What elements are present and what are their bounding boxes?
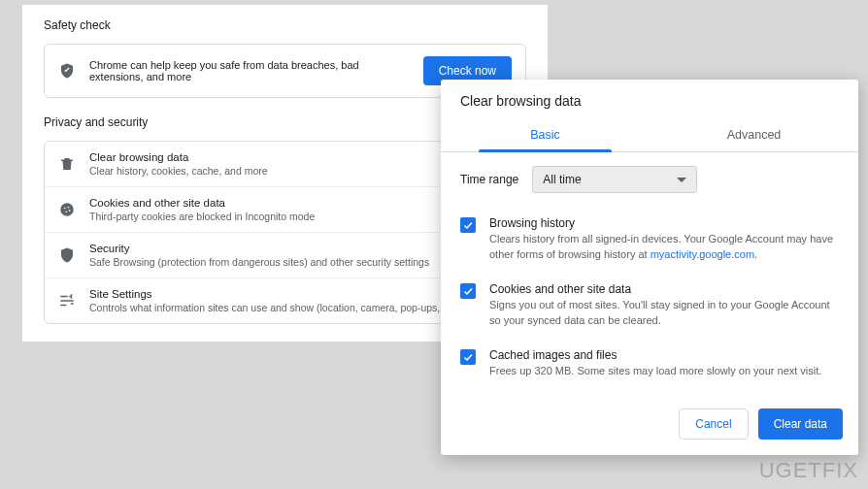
watermark: UGETFIX (759, 458, 858, 483)
safety-check-heading: Safety check (44, 18, 526, 32)
checkbox-cookies[interactable] (460, 283, 476, 299)
cancel-button[interactable]: Cancel (679, 408, 748, 440)
safety-check-message: Chrome can help keep you safe from data … (89, 59, 410, 82)
option-title: Cached images and files (489, 348, 839, 362)
dialog-actions: Cancel Clear data (441, 403, 858, 443)
option-description: Frees up 320 MB. Some sites may load mor… (489, 364, 839, 379)
option-cookies: Cookies and other site data Signs you ou… (460, 273, 839, 339)
tune-icon (58, 292, 76, 310)
shield-icon (58, 62, 76, 80)
svg-point-1 (64, 208, 66, 210)
option-browsing-history: Browsing history Clears history from all… (460, 207, 839, 273)
time-range-value: All time (543, 173, 581, 186)
dialog-tabs: Basic Advanced (441, 118, 858, 152)
time-range-select[interactable]: All time (532, 166, 697, 193)
svg-point-2 (68, 207, 70, 209)
svg-point-4 (69, 210, 71, 212)
checkbox-browsing-history[interactable] (460, 217, 476, 233)
option-title: Browsing history (489, 216, 839, 230)
trash-icon (58, 155, 76, 173)
svg-point-0 (60, 203, 74, 216)
myactivity-link[interactable]: myactivity.google.com (651, 248, 754, 260)
option-title: Cookies and other site data (489, 282, 839, 296)
clear-data-button[interactable]: Clear data (758, 408, 843, 440)
svg-point-3 (65, 211, 67, 212)
shield-icon (58, 246, 76, 264)
dialog-options: Browsing history Clears history from all… (441, 201, 858, 403)
checkbox-cached[interactable] (460, 349, 476, 365)
tab-advanced[interactable]: Advanced (650, 118, 858, 151)
clear-browsing-data-dialog: Clear browsing data Basic Advanced Time … (441, 80, 858, 455)
dialog-title: Clear browsing data (441, 93, 858, 118)
cookie-icon (58, 201, 76, 218)
time-range-row: Time range All time (441, 152, 858, 201)
tab-basic[interactable]: Basic (441, 118, 650, 151)
option-description: Signs you out of most sites. You'll stay… (489, 298, 839, 329)
option-cached: Cached images and files Frees up 320 MB.… (460, 339, 839, 389)
chevron-down-icon (677, 178, 686, 182)
time-range-label: Time range (460, 173, 518, 186)
option-description: Clears history from all signed-in device… (489, 232, 839, 263)
